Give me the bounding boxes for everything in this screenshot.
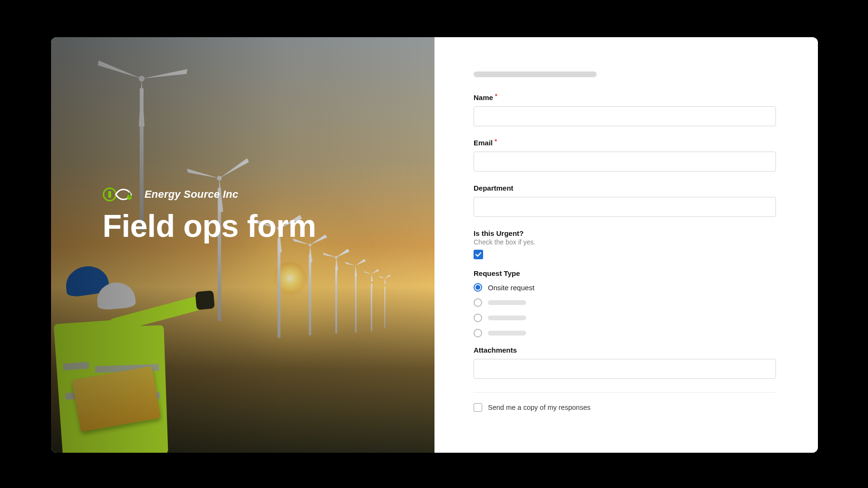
form-panel: Name * Email * Department Is this Urgent… — [434, 37, 818, 453]
field-request-type: Request Type Onsite request — [474, 269, 776, 337]
urgent-label: Is this Urgent? — [474, 229, 524, 237]
option-placeholder — [488, 315, 526, 320]
field-attachments: Attachments — [474, 346, 776, 379]
radio-icon — [474, 314, 482, 322]
request-type-option[interactable] — [474, 329, 776, 337]
send-copy-label: Send me a copy of my responses — [488, 404, 590, 411]
field-urgent: Is this Urgent? Check the box if yes. — [474, 229, 776, 260]
divider — [474, 392, 776, 393]
brand-name: Energy Source Inc — [145, 188, 238, 201]
send-copy-checkbox[interactable] — [474, 403, 482, 412]
name-label: Name — [474, 93, 493, 102]
name-input[interactable] — [474, 106, 776, 126]
radio-icon — [474, 329, 482, 337]
required-indicator-icon: * — [495, 93, 497, 99]
department-label: Department — [474, 184, 513, 192]
required-indicator-icon: * — [495, 139, 497, 144]
radio-icon — [474, 283, 482, 292]
attachments-dropzone[interactable] — [474, 359, 776, 379]
request-type-option[interactable]: Onsite request — [474, 283, 776, 292]
option-placeholder — [488, 300, 526, 305]
brand-logo-icon — [103, 186, 138, 203]
send-copy-row[interactable]: Send me a copy of my responses — [474, 403, 776, 412]
field-email: Email * — [474, 139, 776, 172]
department-input[interactable] — [474, 197, 776, 217]
field-department: Department — [474, 184, 776, 217]
email-label: Email — [474, 139, 493, 147]
request-type-option[interactable] — [474, 298, 776, 307]
request-type-option-label: Onsite request — [488, 284, 535, 292]
form-description-placeholder — [474, 71, 597, 77]
urgent-helper: Check the box if yes. — [474, 238, 776, 246]
radio-icon — [474, 298, 482, 307]
check-icon — [475, 251, 482, 258]
request-type-label: Request Type — [474, 269, 776, 277]
brand: Energy Source Inc — [103, 186, 238, 203]
email-input[interactable] — [474, 152, 776, 172]
attachments-label: Attachments — [474, 346, 517, 354]
hero-panel: Energy Source Inc Field ops form — [51, 37, 434, 453]
app-window: Energy Source Inc Field ops form Name * … — [51, 37, 818, 453]
svg-rect-6 — [108, 191, 111, 198]
page-title: Field ops form — [103, 208, 316, 244]
urgent-checkbox[interactable] — [474, 250, 483, 259]
request-type-option[interactable] — [474, 314, 776, 322]
hero-overlay — [51, 37, 434, 453]
option-placeholder — [488, 331, 526, 336]
field-name: Name * — [474, 93, 776, 126]
